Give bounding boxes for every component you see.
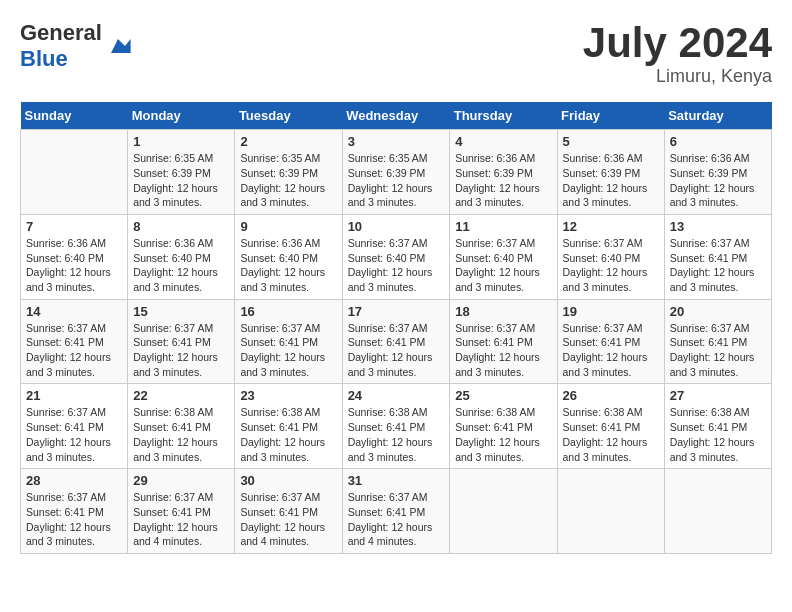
calendar-day-cell: 20Sunrise: 6:37 AMSunset: 6:41 PMDayligh… (664, 299, 771, 384)
day-info: Sunrise: 6:37 AMSunset: 6:40 PMDaylight:… (455, 236, 551, 295)
day-info: Sunrise: 6:35 AMSunset: 6:39 PMDaylight:… (348, 151, 445, 210)
calendar-day-cell: 21Sunrise: 6:37 AMSunset: 6:41 PMDayligh… (21, 384, 128, 469)
day-info: Sunrise: 6:36 AMSunset: 6:39 PMDaylight:… (563, 151, 659, 210)
day-info: Sunrise: 6:37 AMSunset: 6:41 PMDaylight:… (670, 321, 766, 380)
calendar-day-cell (21, 130, 128, 215)
day-number: 17 (348, 304, 445, 319)
day-number: 24 (348, 388, 445, 403)
day-number: 8 (133, 219, 229, 234)
day-number: 30 (240, 473, 336, 488)
calendar-day-cell: 29Sunrise: 6:37 AMSunset: 6:41 PMDayligh… (128, 469, 235, 554)
day-info: Sunrise: 6:36 AMSunset: 6:39 PMDaylight:… (670, 151, 766, 210)
calendar-day-cell: 13Sunrise: 6:37 AMSunset: 6:41 PMDayligh… (664, 214, 771, 299)
page-header: General Blue July 2024 Limuru, Kenya (20, 20, 772, 87)
calendar-day-cell: 1Sunrise: 6:35 AMSunset: 6:39 PMDaylight… (128, 130, 235, 215)
day-info: Sunrise: 6:37 AMSunset: 6:41 PMDaylight:… (26, 490, 122, 549)
weekday-header: Friday (557, 102, 664, 130)
day-number: 11 (455, 219, 551, 234)
calendar-day-cell: 23Sunrise: 6:38 AMSunset: 6:41 PMDayligh… (235, 384, 342, 469)
day-info: Sunrise: 6:38 AMSunset: 6:41 PMDaylight:… (670, 405, 766, 464)
day-info: Sunrise: 6:36 AMSunset: 6:39 PMDaylight:… (455, 151, 551, 210)
day-info: Sunrise: 6:35 AMSunset: 6:39 PMDaylight:… (133, 151, 229, 210)
logo: General Blue (20, 20, 132, 72)
calendar-day-cell: 17Sunrise: 6:37 AMSunset: 6:41 PMDayligh… (342, 299, 450, 384)
day-info: Sunrise: 6:37 AMSunset: 6:40 PMDaylight:… (563, 236, 659, 295)
day-number: 14 (26, 304, 122, 319)
calendar-day-cell: 14Sunrise: 6:37 AMSunset: 6:41 PMDayligh… (21, 299, 128, 384)
day-info: Sunrise: 6:38 AMSunset: 6:41 PMDaylight:… (133, 405, 229, 464)
day-number: 29 (133, 473, 229, 488)
calendar-day-cell: 3Sunrise: 6:35 AMSunset: 6:39 PMDaylight… (342, 130, 450, 215)
calendar-day-cell: 6Sunrise: 6:36 AMSunset: 6:39 PMDaylight… (664, 130, 771, 215)
calendar-day-cell: 18Sunrise: 6:37 AMSunset: 6:41 PMDayligh… (450, 299, 557, 384)
calendar-day-cell: 12Sunrise: 6:37 AMSunset: 6:40 PMDayligh… (557, 214, 664, 299)
day-info: Sunrise: 6:37 AMSunset: 6:41 PMDaylight:… (133, 321, 229, 380)
weekday-header: Wednesday (342, 102, 450, 130)
day-info: Sunrise: 6:38 AMSunset: 6:41 PMDaylight:… (348, 405, 445, 464)
weekday-header: Sunday (21, 102, 128, 130)
day-info: Sunrise: 6:38 AMSunset: 6:41 PMDaylight:… (240, 405, 336, 464)
location: Limuru, Kenya (583, 66, 772, 87)
day-number: 1 (133, 134, 229, 149)
day-number: 16 (240, 304, 336, 319)
day-number: 18 (455, 304, 551, 319)
weekday-header: Monday (128, 102, 235, 130)
day-info: Sunrise: 6:37 AMSunset: 6:41 PMDaylight:… (240, 490, 336, 549)
calendar-day-cell: 11Sunrise: 6:37 AMSunset: 6:40 PMDayligh… (450, 214, 557, 299)
weekday-header: Saturday (664, 102, 771, 130)
day-number: 6 (670, 134, 766, 149)
day-info: Sunrise: 6:36 AMSunset: 6:40 PMDaylight:… (240, 236, 336, 295)
day-info: Sunrise: 6:37 AMSunset: 6:41 PMDaylight:… (26, 405, 122, 464)
calendar-day-cell: 9Sunrise: 6:36 AMSunset: 6:40 PMDaylight… (235, 214, 342, 299)
calendar-day-cell: 24Sunrise: 6:38 AMSunset: 6:41 PMDayligh… (342, 384, 450, 469)
day-info: Sunrise: 6:35 AMSunset: 6:39 PMDaylight:… (240, 151, 336, 210)
day-number: 2 (240, 134, 336, 149)
day-number: 25 (455, 388, 551, 403)
calendar-day-cell: 28Sunrise: 6:37 AMSunset: 6:41 PMDayligh… (21, 469, 128, 554)
day-number: 12 (563, 219, 659, 234)
day-info: Sunrise: 6:37 AMSunset: 6:40 PMDaylight:… (348, 236, 445, 295)
day-info: Sunrise: 6:37 AMSunset: 6:41 PMDaylight:… (240, 321, 336, 380)
calendar-table: SundayMondayTuesdayWednesdayThursdayFrid… (20, 102, 772, 554)
calendar-day-cell: 26Sunrise: 6:38 AMSunset: 6:41 PMDayligh… (557, 384, 664, 469)
calendar-week-row: 1Sunrise: 6:35 AMSunset: 6:39 PMDaylight… (21, 130, 772, 215)
day-number: 28 (26, 473, 122, 488)
day-number: 19 (563, 304, 659, 319)
calendar-week-row: 28Sunrise: 6:37 AMSunset: 6:41 PMDayligh… (21, 469, 772, 554)
calendar-day-cell: 22Sunrise: 6:38 AMSunset: 6:41 PMDayligh… (128, 384, 235, 469)
title-area: July 2024 Limuru, Kenya (583, 20, 772, 87)
logo-icon (104, 32, 132, 60)
calendar-day-cell: 27Sunrise: 6:38 AMSunset: 6:41 PMDayligh… (664, 384, 771, 469)
day-info: Sunrise: 6:37 AMSunset: 6:41 PMDaylight:… (670, 236, 766, 295)
calendar-day-cell: 15Sunrise: 6:37 AMSunset: 6:41 PMDayligh… (128, 299, 235, 384)
calendar-day-cell: 7Sunrise: 6:36 AMSunset: 6:40 PMDaylight… (21, 214, 128, 299)
day-info: Sunrise: 6:37 AMSunset: 6:41 PMDaylight:… (455, 321, 551, 380)
calendar-day-cell (450, 469, 557, 554)
svg-marker-0 (111, 39, 131, 53)
day-number: 22 (133, 388, 229, 403)
day-number: 10 (348, 219, 445, 234)
day-info: Sunrise: 6:38 AMSunset: 6:41 PMDaylight:… (563, 405, 659, 464)
day-info: Sunrise: 6:36 AMSunset: 6:40 PMDaylight:… (26, 236, 122, 295)
day-info: Sunrise: 6:37 AMSunset: 6:41 PMDaylight:… (26, 321, 122, 380)
calendar-day-cell: 19Sunrise: 6:37 AMSunset: 6:41 PMDayligh… (557, 299, 664, 384)
calendar-day-cell: 8Sunrise: 6:36 AMSunset: 6:40 PMDaylight… (128, 214, 235, 299)
calendar-day-cell: 30Sunrise: 6:37 AMSunset: 6:41 PMDayligh… (235, 469, 342, 554)
day-number: 3 (348, 134, 445, 149)
logo-text: General Blue (20, 20, 102, 72)
day-info: Sunrise: 6:37 AMSunset: 6:41 PMDaylight:… (348, 490, 445, 549)
day-number: 5 (563, 134, 659, 149)
day-number: 21 (26, 388, 122, 403)
day-number: 26 (563, 388, 659, 403)
calendar-week-row: 7Sunrise: 6:36 AMSunset: 6:40 PMDaylight… (21, 214, 772, 299)
calendar-day-cell: 4Sunrise: 6:36 AMSunset: 6:39 PMDaylight… (450, 130, 557, 215)
day-info: Sunrise: 6:37 AMSunset: 6:41 PMDaylight:… (133, 490, 229, 549)
day-number: 4 (455, 134, 551, 149)
day-info: Sunrise: 6:36 AMSunset: 6:40 PMDaylight:… (133, 236, 229, 295)
weekday-header: Tuesday (235, 102, 342, 130)
calendar-week-row: 14Sunrise: 6:37 AMSunset: 6:41 PMDayligh… (21, 299, 772, 384)
calendar-day-cell: 16Sunrise: 6:37 AMSunset: 6:41 PMDayligh… (235, 299, 342, 384)
day-info: Sunrise: 6:37 AMSunset: 6:41 PMDaylight:… (348, 321, 445, 380)
weekday-header-row: SundayMondayTuesdayWednesdayThursdayFrid… (21, 102, 772, 130)
weekday-header: Thursday (450, 102, 557, 130)
